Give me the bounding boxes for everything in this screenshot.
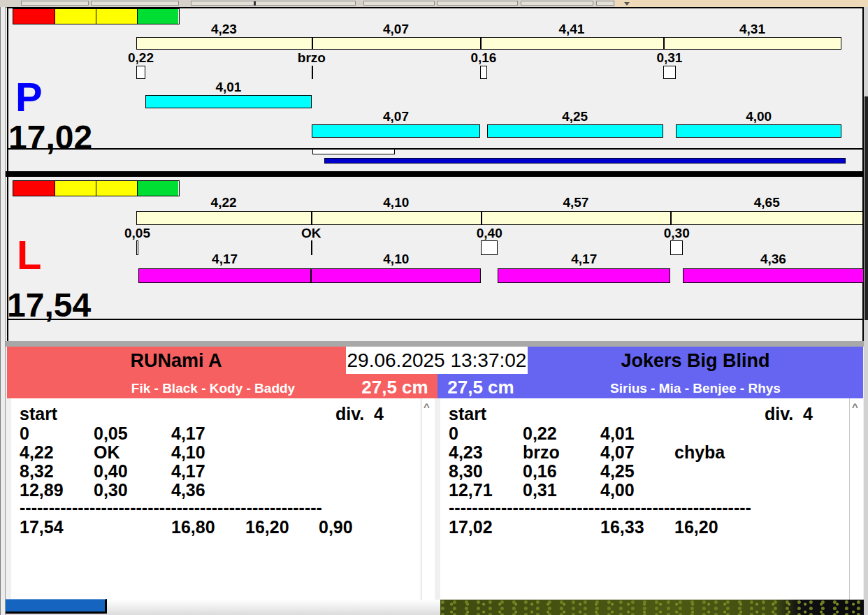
table-total: 16,20 [245, 517, 289, 537]
table-cell: 8,30 [449, 461, 483, 482]
lane-total-l: 17,54 [7, 289, 91, 322]
scrollbar-divider [849, 398, 850, 600]
lane-separator [6, 171, 865, 177]
video-preview [440, 600, 868, 615]
lane-panel-l [7, 177, 864, 341]
table-header-start: start [20, 404, 57, 424]
table-cell: 0,22 [523, 424, 557, 444]
table-cell: 4,25 [600, 461, 635, 482]
toolbar-segment[interactable] [191, 1, 356, 6]
start-light-yellow [55, 9, 96, 24]
table-cell: 4,01 [600, 424, 635, 444]
lane-letter-p: P [15, 77, 43, 117]
toolbar-segment[interactable] [363, 1, 435, 6]
start-light-yellow [55, 181, 96, 196]
start-light-red [13, 9, 55, 24]
start-lights-p [13, 8, 180, 24]
toolbar-segment[interactable] [437, 1, 518, 6]
table-cell: 4,17 [171, 461, 205, 482]
panel-divider-line-l [7, 319, 864, 320]
progress-marker-box [312, 149, 395, 154]
start-light-green [137, 181, 178, 196]
table-header-division: div. 4 [765, 404, 813, 424]
progress-bar [324, 158, 846, 164]
app-window: 4,230,224,014,07brzo4,074,410,164,254,31… [0, 0, 868, 615]
toolbar-segment[interactable] [596, 1, 614, 6]
result-table-left: startdiv. 400,054,174,22OK4,108,320,404,… [11, 398, 435, 600]
team-dogs-right: Sirius - Mia - Benjee - Rhys [610, 381, 781, 396]
table-cell: 0 [20, 424, 29, 444]
table-cell: 0,05 [94, 424, 128, 444]
table-header-start: start [449, 404, 486, 424]
team-name-right: Jokers Big Blind [621, 350, 769, 372]
scroll-up-icon[interactable]: ^ [852, 401, 858, 413]
table-cell: 0,40 [94, 461, 128, 482]
start-light-yellow [96, 181, 137, 196]
jump-height-left: 27,5 cm [361, 377, 428, 398]
table-total: 17,02 [449, 517, 493, 537]
lane-letter-l: L [17, 235, 41, 275]
toolbar-segment[interactable] [521, 1, 593, 6]
toolbar-segment[interactable] [21, 1, 89, 6]
start-light-yellow [96, 9, 137, 24]
table-separator: ----------------------------------------… [449, 498, 751, 518]
table-cell: 4,10 [171, 442, 205, 463]
table-cell: brzo [523, 442, 560, 463]
toolbar-glyph [254, 1, 256, 6]
result-table-right: startdiv. 400,224,014,23brzo4,07chyba8,3… [440, 398, 863, 600]
table-separator: ----------------------------------------… [20, 498, 322, 518]
team-dogs-left: Fik - Black - Kody - Baddy [131, 381, 295, 396]
start-light-green [137, 9, 178, 24]
table-total: 16,33 [600, 517, 644, 537]
table-cell: chyba [674, 442, 725, 463]
clock-display: 29.06.2025 13:37:02 [346, 347, 528, 374]
team-name-left: RUNami A [130, 350, 222, 372]
jump-height-right: 27,5 cm [447, 377, 514, 398]
table-cell: 4,23 [449, 442, 483, 463]
panel-divider-line-p [7, 148, 864, 150]
table-header-division: div. 4 [335, 404, 384, 424]
scrollbar-divider [421, 398, 421, 600]
toolbar-segment[interactable] [91, 1, 179, 6]
dropdown-arrow-icon [624, 2, 630, 6]
table-cell: 4,07 [600, 442, 635, 463]
table-total: 16,80 [171, 517, 215, 537]
section-strip [6, 341, 865, 347]
table-cell: 0,16 [523, 461, 557, 482]
table-cell: OK [94, 442, 120, 463]
table-total: 0,90 [319, 517, 353, 537]
lane-panel-p [7, 7, 864, 171]
background-button-fragment [1, 599, 107, 614]
start-light-red [13, 181, 55, 196]
window-frame-right-dark [865, 96, 868, 320]
table-cell: 4,17 [171, 424, 205, 444]
window-frame-left [0, 7, 6, 615]
table-total: 16,20 [674, 517, 718, 537]
start-lights-l [13, 180, 180, 196]
table-cell: 0 [449, 424, 458, 444]
scroll-up-icon[interactable]: ^ [424, 401, 430, 413]
table-total: 17,54 [20, 517, 64, 537]
table-cell: 8,32 [20, 461, 54, 482]
table-cell: 4,22 [20, 442, 54, 463]
